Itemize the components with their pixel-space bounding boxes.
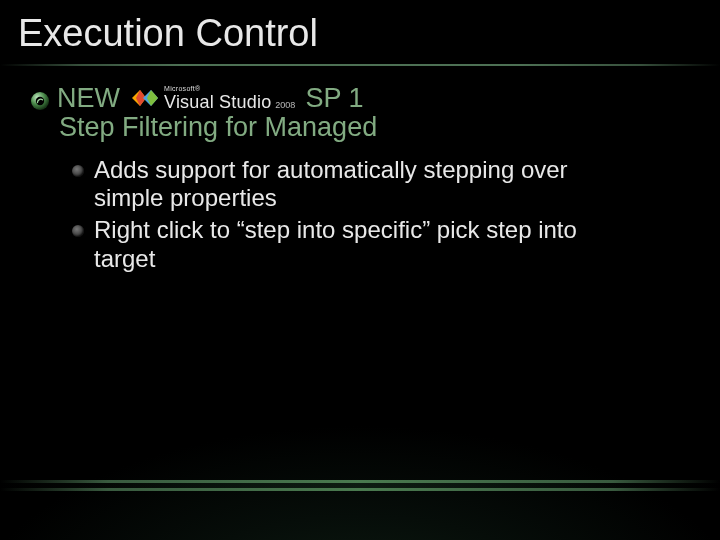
subhead-line1: NEW Microsoft® Visual Studio 2008 xyxy=(30,84,690,112)
vs-year-label: 2008 xyxy=(275,101,295,110)
vs-text: Microsoft® Visual Studio 2008 xyxy=(164,85,295,111)
slide-title: Execution Control xyxy=(18,12,318,55)
dot-bullet-icon xyxy=(72,225,84,237)
bullet-list: Adds support for automatically stepping … xyxy=(72,156,690,273)
vs-product-label: Visual Studio xyxy=(164,93,271,111)
bullet-text: Right click to “step into specific” pick… xyxy=(94,216,632,273)
list-item: Adds support for automatically stepping … xyxy=(72,156,632,213)
vs-figure-icon xyxy=(130,86,160,110)
bottom-band xyxy=(0,480,720,492)
ring-bullet-icon xyxy=(30,88,50,108)
microsoft-label: Microsoft® xyxy=(164,85,295,92)
sp-label: SP 1 xyxy=(305,84,363,112)
content-area: NEW Microsoft® Visual Studio 2008 xyxy=(30,84,690,277)
dot-bullet-icon xyxy=(72,165,84,177)
bullet-text: Adds support for automatically stepping … xyxy=(94,156,632,213)
subhead-line2: Step Filtering for Managed xyxy=(59,113,690,141)
list-item: Right click to “step into specific” pick… xyxy=(72,216,632,273)
visual-studio-logo: Microsoft® Visual Studio 2008 xyxy=(130,85,295,111)
title-underline xyxy=(0,64,720,66)
slide: Execution Control NEW xyxy=(0,0,720,540)
svg-point-1 xyxy=(36,97,44,105)
new-label: NEW xyxy=(57,84,120,112)
